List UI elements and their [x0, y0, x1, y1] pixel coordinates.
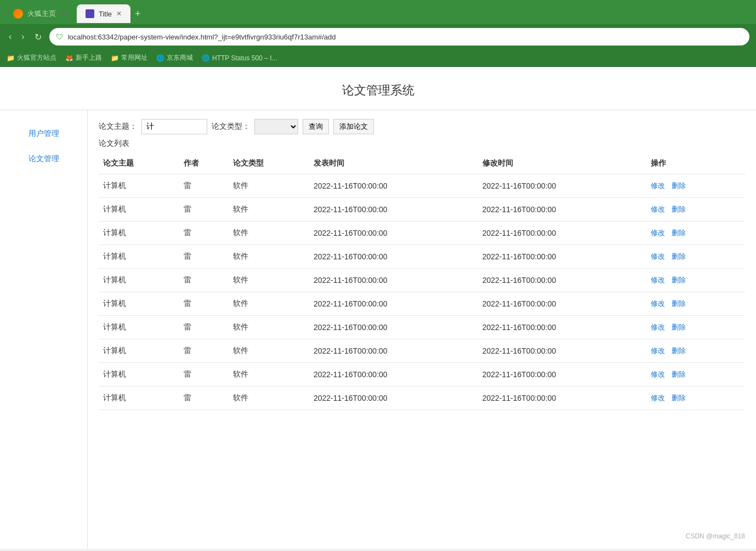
edit-button[interactable]: 修改 [651, 346, 665, 356]
bookmark-label: 新手上路 [76, 53, 102, 63]
browser-window: 火狐主页 ✕ Title ✕ + ‹ › ↻ 🛡 localhost:63342… [0, 0, 756, 67]
table-row: 计算机 雷 软件 2022-11-16T00:00:00 2022-11-16T… [99, 316, 745, 339]
tab-active[interactable]: Title ✕ [77, 4, 130, 23]
cell-subject: 计算机 [99, 269, 179, 292]
cell-publish-time: 2022-11-16T00:00:00 [309, 269, 478, 292]
cell-type: 软件 [229, 316, 309, 339]
edit-button[interactable]: 修改 [651, 275, 665, 285]
cell-modify-time: 2022-11-16T00:00:00 [478, 221, 647, 245]
globe-icon: 🌐 [156, 54, 164, 62]
back-button[interactable]: ‹ [7, 30, 14, 44]
firefox-small-icon: 🦊 [65, 54, 73, 62]
tab-active-close[interactable]: ✕ [116, 10, 122, 18]
delete-button[interactable]: 删除 [672, 252, 686, 262]
delete-button[interactable]: 删除 [672, 299, 686, 309]
table-row: 计算机 雷 软件 2022-11-16T00:00:00 2022-11-16T… [99, 198, 745, 221]
page-header: 论文管理系统 [0, 67, 756, 110]
tab-favicon [86, 9, 94, 18]
cell-type: 软件 [229, 339, 309, 363]
watermark: CSDN @magic_818 [686, 532, 745, 540]
firefox-icon [13, 9, 23, 19]
sidebar-item-user-management[interactable]: 用户管理 [0, 121, 87, 146]
cell-type: 软件 [229, 174, 309, 198]
edit-button[interactable]: 修改 [651, 393, 665, 403]
edit-button[interactable]: 修改 [651, 299, 665, 309]
bookmark-jd[interactable]: 🌐 京东商城 [156, 53, 193, 63]
cell-publish-time: 2022-11-16T00:00:00 [309, 174, 478, 198]
cell-author: 雷 [179, 245, 229, 269]
cell-modify-time: 2022-11-16T00:00:00 [478, 292, 647, 316]
delete-button[interactable]: 删除 [672, 275, 686, 285]
delete-button[interactable]: 删除 [672, 393, 686, 403]
table-header-row: 论文主题 作者 论文类型 发表时间 修改时间 操作 [99, 153, 745, 174]
delete-button[interactable]: 删除 [672, 205, 686, 214]
page-title: 论文管理系统 [342, 83, 414, 97]
list-title: 论文列表 [99, 139, 745, 149]
search-subject-input[interactable] [141, 119, 207, 134]
cell-author: 雷 [179, 269, 229, 292]
cell-subject: 计算机 [99, 339, 179, 363]
edit-button[interactable]: 修改 [651, 322, 665, 332]
sidebar-item-paper-management[interactable]: 论文管理 [0, 146, 87, 172]
bookmark-http500[interactable]: 🌐 HTTP Status 500 – I... [202, 54, 277, 62]
cell-subject: 计算机 [99, 245, 179, 269]
delete-button[interactable]: 删除 [672, 322, 686, 332]
cell-action: 修改 删除 [646, 174, 745, 198]
cell-subject: 计算机 [99, 174, 179, 198]
tab-inactive-close[interactable]: ✕ [60, 10, 66, 18]
table-row: 计算机 雷 软件 2022-11-16T00:00:00 2022-11-16T… [99, 269, 745, 292]
cell-modify-time: 2022-11-16T00:00:00 [478, 363, 647, 387]
edit-button[interactable]: 修改 [651, 228, 665, 238]
table-row: 计算机 雷 软件 2022-11-16T00:00:00 2022-11-16T… [99, 174, 745, 198]
cell-type: 软件 [229, 269, 309, 292]
delete-button[interactable]: 删除 [672, 370, 686, 379]
cell-action: 修改 删除 [646, 245, 745, 269]
cell-subject: 计算机 [99, 387, 179, 410]
edit-button[interactable]: 修改 [651, 181, 665, 191]
address-text: localhost:63342/paper-system-view/index.… [68, 33, 743, 41]
tab-bar: 火狐主页 ✕ Title ✕ + [0, 0, 756, 24]
table-row: 计算机 雷 软件 2022-11-16T00:00:00 2022-11-16T… [99, 221, 745, 245]
cell-author: 雷 [179, 387, 229, 410]
globe-icon2: 🌐 [202, 54, 210, 62]
address-bar-row: ‹ › ↻ 🛡 localhost:63342/paper-system-vie… [0, 24, 756, 49]
cell-subject: 计算机 [99, 316, 179, 339]
cell-action: 修改 删除 [646, 198, 745, 221]
forward-button[interactable]: › [19, 30, 26, 44]
cell-type: 软件 [229, 363, 309, 387]
bookmark-label: 火狐官方站点 [17, 53, 56, 63]
edit-button[interactable]: 修改 [651, 205, 665, 214]
delete-button[interactable]: 删除 [672, 346, 686, 356]
folder-icon2: 📁 [111, 54, 119, 62]
add-paper-button[interactable]: 添加论文 [333, 119, 374, 134]
delete-button[interactable]: 删除 [672, 181, 686, 191]
cell-modify-time: 2022-11-16T00:00:00 [478, 339, 647, 363]
tab-inactive[interactable]: 火狐主页 ✕ [4, 4, 75, 23]
cell-author: 雷 [179, 363, 229, 387]
edit-button[interactable]: 修改 [651, 370, 665, 379]
bookmark-common[interactable]: 📁 常用网址 [111, 53, 147, 63]
cell-publish-time: 2022-11-16T00:00:00 [309, 316, 478, 339]
cell-action: 修改 删除 [646, 292, 745, 316]
col-subject: 论文主题 [99, 153, 179, 174]
cell-author: 雷 [179, 339, 229, 363]
bookmark-label: HTTP Status 500 – I... [212, 54, 277, 62]
tab-add-button[interactable]: + [135, 8, 141, 20]
delete-button[interactable]: 删除 [672, 228, 686, 238]
refresh-button[interactable]: ↻ [32, 30, 44, 44]
address-bar[interactable]: 🛡 localhost:63342/paper-system-view/inde… [49, 28, 749, 46]
cell-action: 修改 删除 [646, 339, 745, 363]
page-content: 论文管理系统 用户管理 论文管理 论文主题： 论文类型： 软件 查询 [0, 67, 756, 549]
cell-type: 软件 [229, 292, 309, 316]
col-modify-time: 修改时间 [478, 153, 647, 174]
cell-action: 修改 删除 [646, 316, 745, 339]
cell-subject: 计算机 [99, 292, 179, 316]
type-label: 论文类型： [212, 122, 250, 132]
bookmark-newuser[interactable]: 🦊 新手上路 [65, 53, 102, 63]
bookmark-firefoxsite[interactable]: 📁 火狐官方站点 [7, 53, 56, 63]
table-row: 计算机 雷 软件 2022-11-16T00:00:00 2022-11-16T… [99, 339, 745, 363]
cell-subject: 计算机 [99, 363, 179, 387]
search-type-select[interactable]: 软件 [254, 119, 298, 134]
edit-button[interactable]: 修改 [651, 252, 665, 262]
search-button[interactable]: 查询 [303, 119, 329, 134]
